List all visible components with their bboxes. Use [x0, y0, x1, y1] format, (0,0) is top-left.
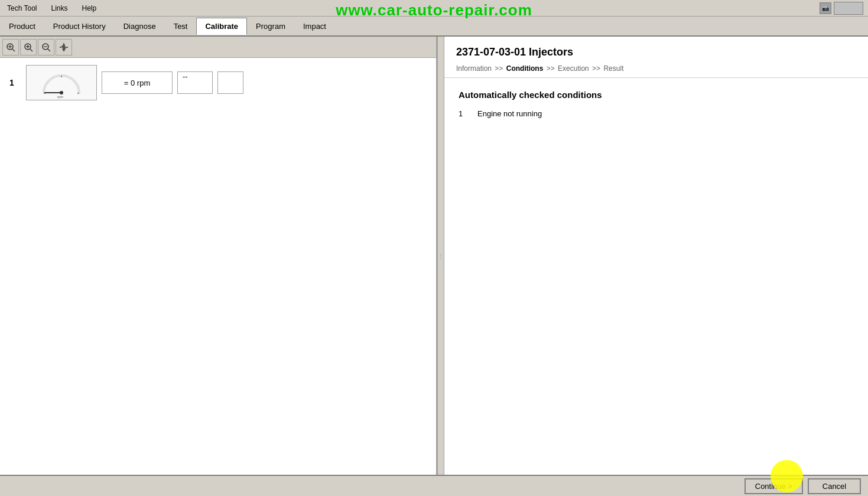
- divider-icon: ⋮: [438, 253, 444, 259]
- title-bar-controls: 📷: [820, 2, 863, 15]
- menu-program[interactable]: Program: [247, 18, 294, 35]
- page-title: 2371-07-03-01 Injectors: [456, 46, 856, 58]
- svg-text:+: +: [27, 44, 30, 49]
- title-bar-menus: Tech Tool Links Help: [5, 3, 99, 14]
- svg-text:rpm: rpm: [57, 95, 63, 99]
- conditions-title: Automatically checked conditions: [459, 90, 854, 100]
- condition-text-1: Engine not running: [477, 109, 542, 118]
- condition-number-1: 1: [459, 109, 470, 118]
- breadcrumb-conditions: Conditions: [506, 64, 544, 73]
- main-container: + 1: [0, 37, 868, 475]
- rpm-extra-display: --: [177, 71, 213, 94]
- zoom-out-button[interactable]: [38, 39, 54, 56]
- right-panel: 2371-07-03-01 Injectors Information >> C…: [444, 37, 868, 475]
- rpm-extra-text: --: [178, 67, 193, 86]
- continue-button[interactable]: Continue >: [745, 478, 803, 494]
- menu-help[interactable]: Help: [80, 3, 99, 14]
- rpm-value-text: = 0 rpm: [124, 79, 150, 87]
- title-icon: 📷: [820, 2, 831, 14]
- title-bar-button[interactable]: [834, 2, 863, 15]
- rpm-value-display: = 0 rpm: [102, 71, 173, 94]
- left-content: 1 r: [0, 58, 436, 475]
- right-content: Automatically checked conditions 1 Engin…: [444, 78, 868, 475]
- right-header: 2371-07-03-01 Injectors Information >> C…: [444, 37, 868, 78]
- breadcrumb-result: Result: [603, 64, 623, 73]
- cancel-button[interactable]: Cancel: [808, 478, 861, 494]
- rpm-row-number: 1: [9, 78, 21, 87]
- toolbar: +: [0, 37, 436, 58]
- breadcrumb-execution: Execution: [558, 64, 589, 73]
- menu-links[interactable]: Links: [48, 3, 70, 14]
- divider-handle[interactable]: ⋮: [437, 37, 444, 475]
- svg-line-5: [30, 49, 32, 51]
- menu-calibrate[interactable]: Calibrate: [196, 18, 247, 35]
- rpm-row: 1 r: [0, 58, 436, 107]
- condition-item-1: 1 Engine not running: [459, 109, 854, 118]
- rpm-blank-box: [217, 71, 243, 94]
- menu-bar: Product Product History Diagnose Test Ca…: [0, 17, 868, 37]
- breadcrumb-sep-1: >>: [493, 64, 505, 73]
- rpm-gauge: rpm: [26, 65, 97, 100]
- breadcrumb-sep-3: >>: [590, 64, 603, 73]
- svg-point-16: [60, 91, 63, 94]
- menu-tech-tool[interactable]: Tech Tool: [5, 3, 39, 14]
- pan-button[interactable]: [56, 39, 72, 56]
- menu-impact[interactable]: Impact: [294, 18, 335, 35]
- title-bar: Tech Tool Links Help www.car-auto-repair…: [0, 0, 868, 17]
- zoom-fit-button[interactable]: [2, 39, 19, 56]
- menu-diagnose[interactable]: Diagnose: [115, 18, 165, 35]
- breadcrumb: Information >> Conditions >> Execution >…: [456, 64, 856, 73]
- status-bar: Continue > Cancel: [0, 475, 868, 496]
- breadcrumb-information: Information: [456, 64, 492, 73]
- menu-product-history[interactable]: Product History: [44, 18, 115, 35]
- menu-test[interactable]: Test: [165, 18, 197, 35]
- menu-product[interactable]: Product: [0, 18, 44, 35]
- left-panel: + 1: [0, 37, 437, 475]
- zoom-in-button[interactable]: +: [20, 39, 37, 56]
- breadcrumb-sep-2: >>: [544, 64, 557, 73]
- svg-line-1: [12, 49, 15, 51]
- svg-line-10: [48, 49, 50, 51]
